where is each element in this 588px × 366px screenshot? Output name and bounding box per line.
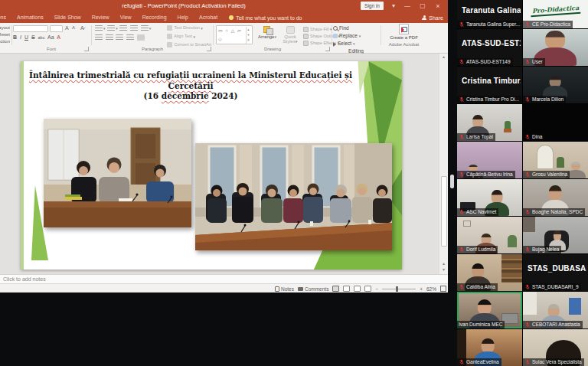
group-divider xyxy=(91,25,92,45)
drawing-group-label: Drawing xyxy=(214,47,331,51)
previous-slide-icon[interactable]: ▴ xyxy=(439,260,448,266)
zoom-slider-thumb[interactable] xyxy=(396,286,398,292)
scroll-up-icon[interactable]: ▴ xyxy=(439,54,448,59)
participant-tile[interactable]: Marcela Dilion xyxy=(523,67,588,103)
participant-tile[interactable]: Bujag Nelea xyxy=(523,217,588,253)
muted-mic-icon xyxy=(524,96,531,103)
bullets-icon[interactable] xyxy=(95,25,103,31)
tab-review[interactable]: Review xyxy=(87,12,115,23)
shapes-scrollbar[interactable]: ▴▾≡ xyxy=(246,27,251,44)
ribbon-display-options-icon[interactable]: ▾ xyxy=(387,0,400,12)
share-button[interactable]: Share xyxy=(422,12,443,23)
participant-tile[interactable]: STAS_DUBASAR... STAS_DUBASARI_9 xyxy=(523,254,588,291)
change-case-button[interactable]: Aa xyxy=(47,34,54,40)
tell-me-box[interactable]: Tell me what you want to do xyxy=(223,15,302,21)
participant-name-label: ASC Navirnet xyxy=(466,208,496,216)
participant-tile[interactable]: ATAS-SUD-EST1... ATAS-SUD-EST149 xyxy=(457,29,522,66)
font-name-combobox[interactable] xyxy=(13,25,48,32)
ribbon-tab-row: Transitions Animations Slide Show Review… xyxy=(0,12,448,23)
italic-button[interactable]: I xyxy=(20,34,21,40)
close-icon[interactable]: × xyxy=(431,0,445,12)
find-button[interactable]: Find xyxy=(333,25,379,32)
participant-tile[interactable]: Grosu Valentina xyxy=(523,142,588,178)
justify-icon[interactable] xyxy=(126,34,134,41)
section-button[interactable]: Section xyxy=(0,38,10,45)
slide-sorter-view-icon[interactable] xyxy=(343,286,350,292)
muted-mic-icon xyxy=(459,21,465,28)
participant-display-name: STAS_DUBASAR... xyxy=(528,254,586,283)
zoom-out-icon[interactable]: − xyxy=(375,286,378,292)
align-left-icon[interactable] xyxy=(95,34,103,41)
align-right-icon[interactable] xyxy=(116,34,123,41)
participant-tile[interactable]: Pro-Didactica CE Pro-Didactica xyxy=(523,0,588,28)
tab-view[interactable]: View xyxy=(115,12,137,23)
participant-tile[interactable]: Taranuta Galina... Taranuta Galina Super… xyxy=(457,0,522,28)
strikethrough-button[interactable]: S xyxy=(31,34,35,40)
align-text-button[interactable]: Align Text ▾ xyxy=(166,34,212,39)
participant-tile[interactable]: User xyxy=(523,29,588,66)
reading-view-icon[interactable] xyxy=(354,286,361,292)
paragraph-dialog-launcher-icon[interactable] xyxy=(207,47,211,51)
decrease-indent-icon[interactable] xyxy=(119,25,127,31)
participant-tile[interactable]: CEBOTARI Anastasia xyxy=(523,292,588,328)
shapes-gallery[interactable]: ▭ ○ △ ▱ ◇ ⌒ { } ☆ ~ ▴▾≡ xyxy=(216,25,253,44)
tab-acrobat[interactable]: Acrobat xyxy=(194,12,223,23)
tab-animations[interactable]: Animations xyxy=(11,12,49,23)
tab-help[interactable]: Help xyxy=(172,12,194,23)
clear-formatting-icon[interactable]: A̷ xyxy=(80,25,84,31)
zoom-level[interactable]: 62% xyxy=(426,286,436,292)
font-size-combobox[interactable] xyxy=(50,25,63,32)
minimize-icon[interactable]: — xyxy=(400,0,414,12)
notes-pane[interactable]: Click to add notes xyxy=(0,274,448,283)
participant-tile[interactable]: Boaghe Natalia, SPDC xyxy=(523,179,588,216)
participant-tile[interactable]: Caldiba Alina xyxy=(457,254,522,291)
replace-button[interactable]: Replace ▾ xyxy=(333,32,379,40)
increase-indent-icon[interactable] xyxy=(130,25,138,31)
participant-tile-active-speaker[interactable]: Ivan Duminica MEC xyxy=(457,292,522,328)
layout-button[interactable]: Layout xyxy=(0,25,10,31)
comments-toggle[interactable]: Comments xyxy=(298,286,328,292)
restore-icon[interactable]: ▢ xyxy=(416,0,430,12)
grow-font-icon[interactable]: A xyxy=(65,25,69,31)
font-color-button[interactable]: A xyxy=(57,34,60,40)
numbering-icon[interactable] xyxy=(107,25,115,31)
participant-tile[interactable]: ASC Navirnet xyxy=(457,179,522,216)
sign-in-button[interactable]: Sign in xyxy=(361,2,384,10)
slideshow-view-icon[interactable] xyxy=(364,286,371,292)
bold-button[interactable]: B xyxy=(13,34,17,40)
zoom-in-icon[interactable]: + xyxy=(420,286,423,292)
tab-slide-show[interactable]: Slide Show xyxy=(49,12,87,23)
character-spacing-icon[interactable]: abc xyxy=(38,35,45,40)
acrobat-group-label: Adobe Acrobat xyxy=(383,42,425,47)
shrink-font-icon[interactable]: A xyxy=(72,25,75,30)
panel-separator-handle[interactable] xyxy=(450,175,454,188)
line-spacing-icon[interactable] xyxy=(141,25,149,31)
participant-tile[interactable]: Cristina Timbur... Cristina Timbur Pro D… xyxy=(457,67,522,103)
notes-toggle[interactable]: Notes xyxy=(275,286,294,292)
vertical-scrollbar[interactable]: ▴ ▴ ▾ xyxy=(439,54,448,274)
tab-recording[interactable]: Recording xyxy=(137,12,172,23)
tab-transitions[interactable]: Transitions xyxy=(0,12,11,23)
participant-tile[interactable]: GanteaEvelina xyxy=(457,329,522,366)
participant-tile[interactable]: Căpățină-Bețivu Irina xyxy=(457,142,522,178)
reset-button[interactable]: Reset xyxy=(0,31,10,38)
arrange-button[interactable]: Arrange▾ xyxy=(257,25,277,39)
participant-tile[interactable]: Dorif Ludmila xyxy=(457,217,522,253)
participant-tile[interactable]: Dina xyxy=(523,104,588,141)
text-direction-button[interactable]: Text Direction ▾ xyxy=(166,25,212,31)
create-pdf-button[interactable]: Create a PDF xyxy=(383,24,425,41)
slide[interactable]: Întâlnirea trimestrială cu refugiații uc… xyxy=(21,61,402,270)
normal-view-icon[interactable] xyxy=(332,286,339,292)
next-slide-icon[interactable]: ▾ xyxy=(439,266,448,273)
participant-tile[interactable]: Larisa Topal xyxy=(457,104,522,141)
quick-styles-button[interactable]: Quick Styles▾ xyxy=(280,25,300,44)
drawing-dialog-launcher-icon[interactable] xyxy=(325,47,330,51)
scrollbar-thumb[interactable] xyxy=(441,176,447,247)
zoom-slider[interactable] xyxy=(382,289,416,289)
align-center-icon[interactable] xyxy=(106,34,113,41)
columns-icon[interactable] xyxy=(137,34,145,41)
underline-button[interactable]: U xyxy=(24,34,28,40)
participant-tile[interactable]: Sulac Vera Specialista xyxy=(523,329,588,366)
font-dialog-launcher-icon[interactable] xyxy=(84,47,89,51)
fit-to-window-icon[interactable] xyxy=(440,286,446,292)
